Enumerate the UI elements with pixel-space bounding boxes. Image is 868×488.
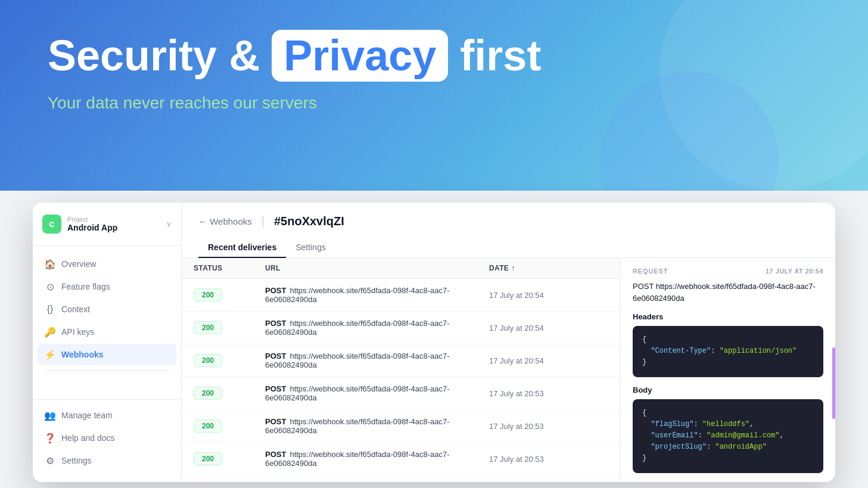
sidebar-item-label-feature-flags: Feature flags xyxy=(61,282,110,291)
webhooks-back-link[interactable]: ← Webhooks xyxy=(198,216,252,226)
http-method: POST xyxy=(265,417,286,426)
webhooks-icon: ⚡ xyxy=(45,349,55,360)
sidebar-item-context[interactable]: {} Context xyxy=(38,299,176,320)
deliveries-table: 200 POSThttps://webhook.site/f65dfada-09… xyxy=(182,279,620,482)
sidebar-item-label-settings: Settings xyxy=(61,456,92,465)
sidebar-item-settings[interactable]: ⚙ Settings xyxy=(38,450,176,471)
status-badge: 200 xyxy=(194,288,265,301)
tab-recent-deliveries[interactable]: Recent deliveries xyxy=(198,238,286,258)
table-row[interactable]: 200 POSThttps://webhook.site/f65dfada-09… xyxy=(182,279,620,312)
sidebar-item-overview[interactable]: 🏠 Overview xyxy=(38,253,176,275)
scrollbar-accent xyxy=(832,347,835,419)
manage-team-icon: 👥 xyxy=(45,410,55,421)
header-status: Status xyxy=(194,264,265,272)
table-row[interactable]: 200 POSThttps://webhook.site/f65dfada-09… xyxy=(182,312,620,344)
delivery-url: POSThttps://webhook.site/f65dfada-098f-4… xyxy=(265,450,489,468)
hero-title-prefix: Security & xyxy=(48,32,272,79)
help-and-docs-icon: ❓ xyxy=(45,433,55,443)
sidebar-item-label-webhooks: Webhooks xyxy=(61,350,104,359)
content-area: Status Url Date ↑ 200 POSThttps://webhoo… xyxy=(182,258,835,482)
hero-title: Security & Privacy first xyxy=(48,30,820,82)
main-content: ← Webhooks | #5noXxvlqZI Recent deliveri… xyxy=(182,203,835,482)
status-badge: 200 xyxy=(194,419,265,433)
overview-icon: 🏠 xyxy=(45,259,55,269)
table-row[interactable]: 200 POSThttps://webhook.site/f65dfada-09… xyxy=(182,443,620,475)
status-badge: 200 xyxy=(194,354,265,367)
tab-settings[interactable]: Settings xyxy=(286,238,335,258)
sidebar-logo: c xyxy=(42,215,61,234)
table-row[interactable]: 200 POSThttps://webhook.site/f65dfada-09… xyxy=(182,344,620,377)
table-row[interactable]: 200 POSThttps://webhook.site/f65dfada-09… xyxy=(182,410,620,443)
api-keys-icon: 🔑 xyxy=(45,327,55,337)
http-method: POST xyxy=(265,384,286,393)
http-method: POST xyxy=(265,450,286,459)
table-row[interactable]: 500 POSThttps://webhook.site/f65dfada-09… xyxy=(182,475,620,482)
table-row[interactable]: 200 POSThttps://webhook.site/f65dfada-09… xyxy=(182,377,620,410)
sidebar-item-api-keys[interactable]: 🔑 API keys xyxy=(38,321,176,343)
app-window: c Project Android App ∨ 🏠 Overview ⊙ Fea… xyxy=(33,203,835,482)
delivery-url: POSThttps://webhook.site/f65dfada-098f-4… xyxy=(265,384,489,402)
delivery-url: POSThttps://webhook.site/f65dfada-098f-4… xyxy=(265,286,489,304)
chevron-down-icon[interactable]: ∨ xyxy=(166,220,172,228)
hero-banner: Security & Privacy first Your data never… xyxy=(0,0,868,191)
sidebar-item-webhooks[interactable]: ⚡ Webhooks xyxy=(38,344,176,365)
delivery-url: POSThttps://webhook.site/f65dfada-098f-4… xyxy=(265,352,489,369)
hero-title-highlight: Privacy xyxy=(272,30,448,82)
delivery-date: 17 July at 20:54 xyxy=(489,291,608,300)
webhooks-header: ← Webhooks | #5noXxvlqZI Recent deliveri… xyxy=(182,203,835,258)
body-code-block: { "flagSlug": "helloddfs", "userEmail": … xyxy=(633,399,823,473)
status-badge: 200 xyxy=(194,387,265,400)
sidebar-bottom: 👥 Manage team ❓ Help and docs ⚙ Settings xyxy=(33,399,181,482)
sidebar-item-help-and-docs[interactable]: ❓ Help and docs xyxy=(38,427,176,449)
request-url: POST https://webhook.site/f65dfada-098f-… xyxy=(633,281,823,304)
hero-title-suffix: first xyxy=(448,32,541,79)
http-method: POST xyxy=(265,319,286,328)
request-label: REQUEST xyxy=(633,268,668,275)
project-label: Project xyxy=(67,216,117,223)
headers-code-block: { "Content-Type": "application/json" } xyxy=(633,326,823,377)
sidebar-item-label-overview: Overview xyxy=(61,259,96,269)
vertical-divider: | xyxy=(262,215,265,228)
hero-subtitle: Your data never reaches our servers xyxy=(48,94,820,113)
delivery-url: POSThttps://webhook.site/f65dfada-098f-4… xyxy=(265,417,489,435)
header-url: Url xyxy=(265,264,489,272)
sidebar-nav: 🏠 Overview ⊙ Feature flags {} Context 🔑 … xyxy=(33,246,181,399)
webhooks-tabs: Recent deliveries Settings xyxy=(198,238,819,257)
delivery-date: 17 July at 20:53 xyxy=(489,455,608,464)
sidebar-item-manage-team[interactable]: 👥 Manage team xyxy=(38,405,176,426)
header-date[interactable]: Date ↑ xyxy=(489,264,608,272)
sidebar-item-label-help-and-docs: Help and docs xyxy=(61,433,115,443)
webhooks-title-row: ← Webhooks | #5noXxvlqZI xyxy=(198,215,819,228)
request-panel-header: REQUEST 17 JULY AT 20:54 xyxy=(633,268,823,275)
sidebar-item-label-manage-team: Manage team xyxy=(61,411,113,420)
deliveries-panel: Status Url Date ↑ 200 POSThttps://webhoo… xyxy=(182,258,621,482)
http-method: POST xyxy=(265,286,286,295)
status-badge: 200 xyxy=(194,452,265,465)
settings-icon: ⚙ xyxy=(45,455,55,466)
sidebar-item-label-context: Context xyxy=(61,304,90,314)
request-panel: REQUEST 17 JULY AT 20:54 POST https://we… xyxy=(621,258,835,482)
request-date: 17 JULY AT 20:54 xyxy=(766,268,823,275)
sidebar-item-label-api-keys: API keys xyxy=(61,327,94,337)
http-method: POST xyxy=(265,352,286,360)
feature-flags-icon: ⊙ xyxy=(45,281,55,292)
sidebar-header: c Project Android App ∨ xyxy=(33,203,181,246)
delivery-date: 17 July at 20:54 xyxy=(489,324,608,332)
delivery-date: 17 July at 20:53 xyxy=(489,422,608,431)
delivery-date: 17 July at 20:53 xyxy=(489,389,608,398)
sidebar: c Project Android App ∨ 🏠 Overview ⊙ Fea… xyxy=(33,203,182,482)
table-header: Status Url Date ↑ xyxy=(182,258,620,279)
context-icon: {} xyxy=(45,304,55,315)
project-name: Android App xyxy=(67,223,117,232)
webhook-id: #5noXxvlqZI xyxy=(274,215,344,228)
sidebar-logo-area: c Project Android App xyxy=(42,215,117,234)
body-title: Body xyxy=(633,386,823,394)
status-badge: 200 xyxy=(194,321,265,334)
delivery-date: 17 July at 20:54 xyxy=(489,356,608,365)
sidebar-divider xyxy=(45,370,169,371)
headers-title: Headers xyxy=(633,312,823,321)
sidebar-item-feature-flags[interactable]: ⊙ Feature flags xyxy=(38,276,176,297)
sidebar-project-info: Project Android App xyxy=(67,216,117,232)
delivery-url: POSThttps://webhook.site/f65dfada-098f-4… xyxy=(265,319,489,337)
